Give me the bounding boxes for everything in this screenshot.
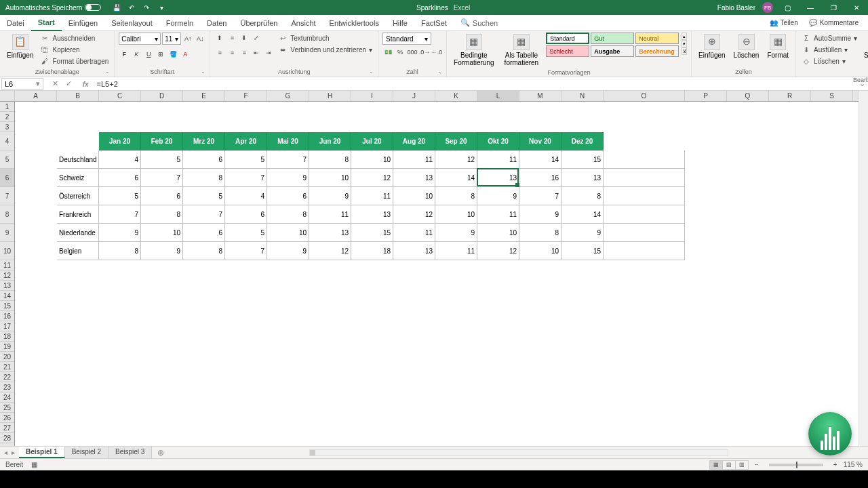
row-header-22[interactable]: 22 (0, 372, 14, 382)
col-header-R[interactable]: R (769, 91, 811, 101)
formula-input[interactable]: =L5+2 (93, 80, 856, 88)
cell-L7[interactable]: 9 (477, 187, 519, 205)
cell-N7[interactable]: 8 (561, 187, 604, 205)
align-left-icon[interactable]: ≡ (214, 47, 225, 58)
minimize-button[interactable]: ― (799, 0, 822, 15)
cell-M6[interactable]: 16 (519, 169, 561, 187)
cell-L4[interactable]: Okt 20 (477, 132, 519, 150)
sort-filter-button[interactable]: ⇅Sortieren und Filtern (861, 33, 868, 75)
row-header-23[interactable]: 23 (0, 382, 14, 392)
search-box[interactable]: 🔍 Suchen (454, 18, 505, 27)
cell-F6[interactable]: 7 (225, 169, 267, 187)
cell-L10[interactable]: 12 (477, 242, 519, 260)
zoom-in-button[interactable]: + (831, 461, 840, 468)
row-header-6[interactable]: 6 (0, 169, 14, 187)
style-more[interactable]: ⊻ (682, 47, 687, 55)
cut-button[interactable]: ✂Ausschneiden (39, 33, 110, 43)
indent-inc-icon[interactable]: ⇥ (263, 47, 274, 58)
clear-button[interactable]: ◇Löschen▾ (800, 56, 859, 66)
cell-L6[interactable]: 13 (477, 169, 519, 187)
cell-K5[interactable]: 12 (435, 150, 477, 169)
style-neutral[interactable]: Neutral (635, 33, 679, 44)
col-header-A[interactable]: A (15, 91, 57, 101)
maximize-button[interactable]: ❐ (822, 0, 845, 15)
cell-J10[interactable]: 13 (393, 242, 435, 260)
cell-M8[interactable]: 9 (519, 205, 561, 224)
cell-K10[interactable]: 11 (435, 242, 477, 260)
tab-ansicht[interactable]: Ansicht (284, 15, 322, 31)
cell-K7[interactable]: 8 (435, 187, 477, 205)
cell-F4[interactable]: Apr 20 (225, 132, 267, 150)
style-gut[interactable]: Gut (591, 33, 634, 44)
enter-formula-icon[interactable]: ✓ (62, 79, 75, 88)
cell-E10[interactable]: 8 (183, 242, 225, 260)
col-header-E[interactable]: E (183, 91, 225, 101)
close-button[interactable]: ✕ (845, 0, 868, 15)
cell-O6[interactable] (604, 169, 685, 187)
cell-H6[interactable]: 10 (309, 169, 351, 187)
increase-font-icon[interactable]: A↑ (182, 33, 193, 44)
row-header-19[interactable]: 19 (0, 342, 14, 352)
align-right-icon[interactable]: ≡ (239, 47, 250, 58)
cell-L5[interactable]: 11 (477, 150, 519, 169)
name-box[interactable]: L6▾ (1, 78, 43, 90)
row-header-10[interactable]: 10 (0, 242, 14, 260)
cell-E4[interactable]: Mrz 20 (183, 132, 225, 150)
cell-I9[interactable]: 15 (351, 224, 393, 242)
cell-M10[interactable]: 10 (519, 242, 561, 260)
cell-N8[interactable]: 14 (561, 205, 604, 224)
tab-start[interactable]: Start (31, 15, 62, 31)
cell-I6[interactable]: 12 (351, 169, 393, 187)
col-header-G[interactable]: G (267, 91, 309, 101)
cell-H8[interactable]: 11 (309, 205, 351, 224)
insert-cells-button[interactable]: ⊕Einfügen (696, 33, 728, 60)
row-header-15[interactable]: 15 (0, 301, 14, 311)
row-header-2[interactable]: 2 (0, 112, 14, 122)
format-cells-button[interactable]: ▦Format (764, 33, 791, 60)
cell-J6[interactable]: 13 (393, 169, 435, 187)
col-header-B[interactable]: B (57, 91, 99, 101)
row-header-25[interactable]: 25 (0, 403, 14, 413)
tab-factset[interactable]: FactSet (414, 15, 454, 31)
cell-F9[interactable]: 5 (225, 224, 267, 242)
align-bottom-icon[interactable]: ⬇ (239, 33, 250, 43)
cell-J9[interactable]: 11 (393, 224, 435, 242)
zoom-level[interactable]: 115 % (844, 461, 863, 468)
row-header-13[interactable]: 13 (0, 281, 14, 291)
cell-E7[interactable]: 5 (183, 187, 225, 205)
inc-decimal-icon[interactable]: .0→ (419, 47, 430, 58)
format-as-table-button[interactable]: ▦ Als Tabelle formatieren (500, 33, 544, 68)
tab-daten[interactable]: Daten (200, 15, 233, 31)
style-schlecht[interactable]: Schlecht (546, 45, 589, 57)
cell-H10[interactable]: 12 (309, 242, 351, 260)
paste-button[interactable]: 📋 Einfügen (4, 33, 36, 60)
ribbon-display-icon[interactable]: ▢ (776, 0, 799, 15)
cell-K4[interactable]: Sep 20 (435, 132, 477, 150)
col-header-M[interactable]: M (519, 91, 561, 101)
cell-M5[interactable]: 14 (519, 150, 561, 169)
cell-C6[interactable]: 6 (99, 169, 141, 187)
row-header-21[interactable]: 21 (0, 362, 14, 372)
autosum-button[interactable]: ΣAutoSumme▾ (800, 33, 859, 43)
cell-D5[interactable]: 5 (141, 150, 183, 169)
indent-dec-icon[interactable]: ⇤ (251, 47, 262, 58)
decrease-font-icon[interactable]: A↓ (195, 33, 205, 44)
cell-O7[interactable] (604, 187, 685, 205)
cell-D9[interactable]: 10 (141, 224, 183, 242)
row-header-28[interactable]: 28 (0, 433, 14, 443)
cell-D6[interactable]: 7 (141, 169, 183, 187)
share-button[interactable]: 👥 Teilen (766, 18, 802, 28)
border-button[interactable]: ⊞ (155, 49, 166, 60)
cell-G5[interactable]: 7 (267, 150, 309, 169)
cell-E9[interactable]: 6 (183, 224, 225, 242)
cell-J7[interactable]: 10 (393, 187, 435, 205)
cell-C8[interactable]: 7 (99, 205, 141, 224)
tab-ueberpruefen[interactable]: Überprüfen (233, 15, 284, 31)
col-header-N[interactable]: N (561, 91, 604, 101)
save-icon[interactable]: 💾 (112, 3, 121, 12)
currency-icon[interactable]: 💵 (382, 47, 393, 58)
autosave-toggle[interactable]: Automatisches Speichern (0, 4, 106, 12)
col-header-C[interactable]: C (99, 91, 141, 101)
underline-button[interactable]: U (143, 49, 154, 60)
cell-B10[interactable]: Belgien (57, 242, 99, 260)
